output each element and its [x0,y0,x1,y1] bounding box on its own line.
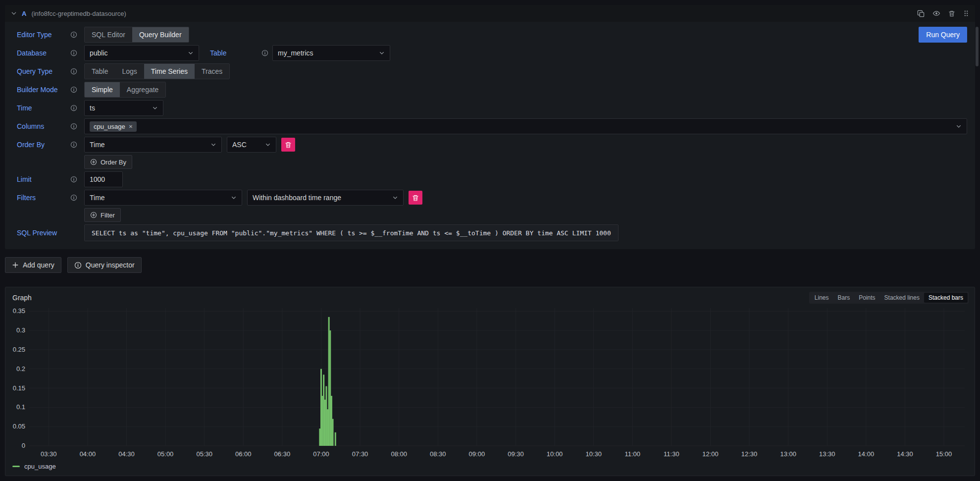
order-by-field-select[interactable]: Time [84,137,222,153]
info-icon[interactable] [70,194,77,201]
svg-text:11:30: 11:30 [664,450,679,458]
delete-filter-button[interactable] [409,191,422,205]
delete-query-button[interactable] [948,10,955,17]
add-order-by-button[interactable]: Order By [84,155,132,169]
query-type-traces[interactable]: Traces [195,64,229,79]
info-icon[interactable] [261,50,268,56]
info-icon[interactable] [70,141,77,148]
editor-type-sql-editor[interactable]: SQL Editor [85,27,132,42]
svg-text:13:30: 13:30 [819,450,835,458]
query-ref-label[interactable]: A [22,10,26,17]
svg-text:0.2: 0.2 [16,365,25,373]
svg-text:03:30: 03:30 [41,450,57,458]
row-editor-type: Editor Type SQL Editor Query Builder Run… [17,27,967,43]
query-header: A (info8fcc-greptimedb-datasource) [5,5,975,22]
chevron-down-icon [210,142,216,148]
database-select[interactable]: public [84,45,199,61]
svg-text:15:00: 15:00 [936,450,952,458]
legend-item-cpu-usage[interactable]: cpu_usage [5,461,975,476]
drag-handle[interactable] [963,10,969,17]
row-filters: Filters Time Within dashboard time range [17,190,967,206]
copy-icon [917,10,925,17]
timeseries-chart[interactable]: 00.050.10.150.20.250.30.3503:3004:0004:3… [5,305,975,461]
viz-option-lines[interactable]: Lines [810,293,833,303]
query-type-label: Query Type [17,67,77,75]
svg-text:0: 0 [22,442,25,449]
eye-icon [932,9,940,17]
svg-text:0.35: 0.35 [13,307,25,315]
limit-input[interactable] [84,171,123,187]
add-query-button[interactable]: Add query [5,257,61,273]
info-icon[interactable] [70,176,77,183]
filters-label: Filters [17,194,77,202]
svg-text:04:00: 04:00 [80,450,96,458]
query-type-table[interactable]: Table [85,64,115,79]
columns-label: Columns [17,122,77,130]
query-type-time-series[interactable]: Time Series [144,64,195,79]
row-database: Database public Table my_metrics [17,45,967,61]
plus-circle-icon [90,212,97,218]
row-add-filter: Filter [17,208,967,222]
query-header-actions [917,9,969,17]
viz-type-toggle: Lines Bars Points Stacked lines Stacked … [809,292,969,304]
graph-plot-area[interactable]: 00.050.10.150.20.250.30.3503:3004:0004:3… [5,305,975,461]
svg-text:09:00: 09:00 [469,450,485,458]
legend-swatch [12,466,20,467]
time-select[interactable]: ts [84,100,163,116]
scrollbar-thumb[interactable] [976,27,979,66]
table-select[interactable]: my_metrics [272,45,390,61]
duplicate-query-button[interactable] [917,10,925,17]
info-icon[interactable] [70,50,77,56]
viz-option-stacked-lines[interactable]: Stacked lines [880,293,924,303]
builder-mode-simple[interactable]: Simple [85,82,120,97]
query-type-logs[interactable]: Logs [115,64,144,79]
columns-multiselect[interactable]: cpu_usage ✕ [84,118,967,134]
svg-text:12:00: 12:00 [702,450,719,458]
legend-label: cpu_usage [24,463,56,470]
trash-icon [412,194,419,202]
toggle-visibility-button[interactable] [932,9,940,17]
trash-icon [285,141,292,149]
query-inspector-button[interactable]: Query inspector [67,257,142,273]
table-label: Table [210,49,268,57]
info-icon[interactable] [70,105,77,111]
trash-icon [948,10,955,17]
sql-preview-label: SQL Preview [17,229,77,237]
info-icon[interactable] [70,31,77,38]
query-actions-row: Add query Query inspector [5,257,975,273]
viz-option-points[interactable]: Points [854,293,879,303]
graph-panel-header: Graph Lines Bars Points Stacked lines St… [5,287,975,305]
plus-icon [12,262,19,268]
page: A (info8fcc-greptimedb-datasource) [0,0,980,481]
viz-option-stacked-bars[interactable]: Stacked bars [924,293,968,303]
query-editor-card: A (info8fcc-greptimedb-datasource) [5,5,975,249]
svg-text:14:00: 14:00 [858,450,875,458]
svg-text:05:30: 05:30 [196,450,212,458]
viz-option-bars[interactable]: Bars [833,293,855,303]
svg-text:07:00: 07:00 [313,450,329,458]
row-columns: Columns cpu_usage ✕ [17,118,967,134]
delete-order-by-button[interactable] [281,138,295,152]
run-query-button[interactable]: Run Query [919,27,967,43]
info-circle-icon [74,262,82,269]
svg-text:11:00: 11:00 [624,450,640,458]
svg-text:09:30: 09:30 [508,450,524,458]
builder-mode-aggregate[interactable]: Aggregate [120,82,166,97]
filter-condition-select[interactable]: Within dashboard time range [247,190,404,206]
editor-type-query-builder[interactable]: Query Builder [132,27,189,42]
sql-preview-box: SELECT ts as "time", cpu_usage FROM "pub… [84,224,619,241]
remove-column-icon[interactable]: ✕ [129,124,133,129]
filter-field-select[interactable]: Time [84,190,242,206]
info-icon[interactable] [70,86,77,93]
time-label: Time [17,104,77,112]
svg-text:06:00: 06:00 [235,450,252,458]
editor-type-toggle: SQL Editor Query Builder [84,27,189,43]
column-tag[interactable]: cpu_usage ✕ [90,121,137,132]
info-icon[interactable] [70,68,77,75]
order-by-direction-select[interactable]: ASC [227,137,276,153]
add-filter-button[interactable]: Filter [84,208,121,222]
svg-text:0.3: 0.3 [16,326,25,334]
collapse-chevron-icon[interactable] [11,10,17,16]
info-icon[interactable] [70,123,77,130]
svg-text:04:30: 04:30 [118,450,135,458]
